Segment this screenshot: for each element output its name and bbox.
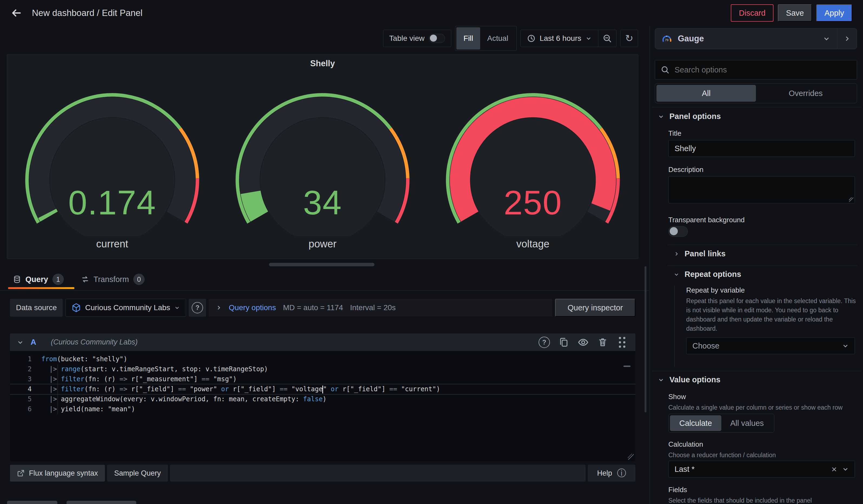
duplicate-query-button[interactable] <box>558 338 570 347</box>
partial-button-right[interactable] <box>66 501 136 504</box>
tabs-divider <box>0 290 649 291</box>
panel-resize-handle[interactable] <box>269 263 374 266</box>
query-help-button[interactable]: ? <box>538 337 550 348</box>
discard-button[interactable]: Discard <box>731 4 774 22</box>
flux-code-editor[interactable]: 1from(bucket: "shelly")2 |> range(start:… <box>10 351 635 461</box>
sample-query-button[interactable]: Sample Query <box>107 465 168 481</box>
collapse-chevron-icon[interactable] <box>17 339 24 345</box>
table-view-label: Table view <box>389 34 425 43</box>
query-datasource-hint: (Curious Community Labs) <box>51 338 138 346</box>
query-inspector-button[interactable]: Query inspector <box>555 299 635 317</box>
zoom-out-button[interactable] <box>598 34 616 43</box>
panel-title-input[interactable] <box>668 140 855 157</box>
visualization-picker[interactable]: 79 Gauge <box>655 28 857 49</box>
section-panel-links[interactable]: Panel links <box>674 249 726 258</box>
section-title: Value options <box>670 375 721 384</box>
chevron-down-icon <box>658 114 664 119</box>
code-line[interactable]: 1from(bucket: "shelly") <box>10 354 635 364</box>
fill-option[interactable]: Fill <box>456 27 480 50</box>
save-button[interactable]: Save <box>778 4 812 22</box>
datasource-row: Data source Curious Community Labs ? Que… <box>10 299 635 317</box>
drag-query-handle[interactable] <box>616 337 628 348</box>
chevron-down-icon <box>174 305 180 311</box>
calculate-option[interactable]: Calculate <box>670 415 721 431</box>
flux-syntax-button[interactable]: Flux language syntax <box>10 465 105 481</box>
query-ref-id[interactable]: A <box>30 338 36 346</box>
max-data-points-info: MD = auto = 1174 <box>283 303 343 312</box>
repeat-variable-select[interactable]: Choose <box>686 338 855 354</box>
tab-query[interactable]: Query 1 <box>13 274 64 285</box>
gauge-label: voltage <box>516 238 550 250</box>
transparent-background-toggle[interactable] <box>668 226 688 237</box>
datasource-help-button[interactable]: ? <box>189 299 206 317</box>
section-indent-guide <box>674 286 675 367</box>
section-repeat-options[interactable]: Repeat options <box>674 270 741 279</box>
time-range-group: Last 6 hours <box>521 30 616 47</box>
grafana-edit-panel: New dashboard / Edit Panel Discard Save … <box>0 0 863 504</box>
all-values-option[interactable]: All values <box>721 415 773 431</box>
grip-dots-icon <box>619 337 625 348</box>
calculation-select[interactable]: Last * × <box>668 461 855 478</box>
back-arrow-icon[interactable] <box>10 7 22 19</box>
table-view-toggle[interactable] <box>429 34 445 43</box>
title-label: Title <box>668 129 681 138</box>
tab-query-label: Query <box>25 275 48 284</box>
time-range-picker[interactable]: Last 6 hours <box>521 30 598 47</box>
tab-transform[interactable]: Transform 0 <box>81 274 145 285</box>
search-options-input[interactable] <box>674 65 851 75</box>
section-panel-options[interactable]: Panel options <box>658 112 721 121</box>
transform-count-badge: 0 <box>133 274 145 285</box>
top-bar: New dashboard / Edit Panel Discard Save … <box>0 0 863 26</box>
gauge-label: power <box>309 238 337 250</box>
help-label: Help <box>597 469 612 478</box>
tab-overrides[interactable]: Overrides <box>756 85 855 102</box>
editor-scroll-indicator <box>624 366 630 367</box>
help-button[interactable]: Help ⓘ <box>588 465 635 481</box>
toggle-visibility-button[interactable] <box>577 337 589 348</box>
query-editor-header: A (Curious Community Labs) ? <box>10 333 635 351</box>
section-value-options[interactable]: Value options <box>658 375 721 384</box>
chevron-right-icon[interactable] <box>216 305 222 311</box>
tab-transform-label: Transform <box>93 275 129 284</box>
chevron-down-icon <box>823 35 830 42</box>
chevron-down-icon <box>586 35 591 41</box>
code-line[interactable]: 5 |> aggregateWindow(every: v.windowPeri… <box>10 394 635 404</box>
clock-icon <box>527 34 535 42</box>
code-line[interactable]: 4 |> filter(fn: (r) => r["_field"] == "p… <box>10 384 635 394</box>
gauge-panel: Shelly 0.174 current 34 power 250 <box>7 54 638 259</box>
apply-button[interactable]: Apply <box>816 4 852 22</box>
repeat-select-placeholder: Choose <box>692 341 720 350</box>
datasource-picker[interactable]: Curious Community Labs <box>65 299 186 317</box>
datasource-label: Data source <box>10 299 63 317</box>
sample-query-label: Sample Query <box>114 469 161 478</box>
flux-syntax-label: Flux language syntax <box>29 469 98 478</box>
transparent-background-label: Transparent background <box>668 216 745 224</box>
delete-query-button[interactable] <box>597 338 609 347</box>
section-title: Panel links <box>685 249 726 258</box>
gauge-value: 34 <box>229 183 416 222</box>
partial-button-left[interactable] <box>7 501 57 504</box>
content-scrollbar[interactable] <box>645 266 647 412</box>
chevron-down-icon <box>658 377 664 383</box>
calculation-label: Calculation <box>668 440 703 449</box>
info-circle-icon: ⓘ <box>617 467 626 479</box>
collapse-sidebar-button[interactable] <box>837 35 857 42</box>
repeat-by-variable-label: Repeat by variable <box>686 286 745 294</box>
chevron-down-icon <box>674 272 679 277</box>
code-line[interactable]: 2 |> range(start: v.timeRangeStart, stop… <box>10 364 635 374</box>
tab-all[interactable]: All <box>656 85 756 102</box>
gauge-value: 0.174 <box>19 183 205 222</box>
code-line[interactable]: 6 |> yield(name: "mean") <box>10 404 635 414</box>
description-textarea[interactable] <box>668 176 855 203</box>
textarea-resize-corner[interactable] <box>849 197 853 202</box>
question-circle-icon: ? <box>539 337 550 348</box>
query-options-link[interactable]: Query options <box>229 303 276 312</box>
refresh-button[interactable]: ↻ <box>620 30 638 47</box>
editor-resize-corner[interactable] <box>628 454 634 459</box>
code-line[interactable]: 3 |> filter(fn: (r) => r["_measurement"]… <box>10 374 635 384</box>
options-filter-tabs: All Overrides <box>655 83 857 103</box>
repeat-description: Repeat this panel for each value in the … <box>686 297 861 333</box>
fields-description: Select the fields that should be include… <box>668 496 858 504</box>
clear-icon[interactable]: × <box>831 464 837 475</box>
actual-option[interactable]: Actual <box>480 27 515 50</box>
